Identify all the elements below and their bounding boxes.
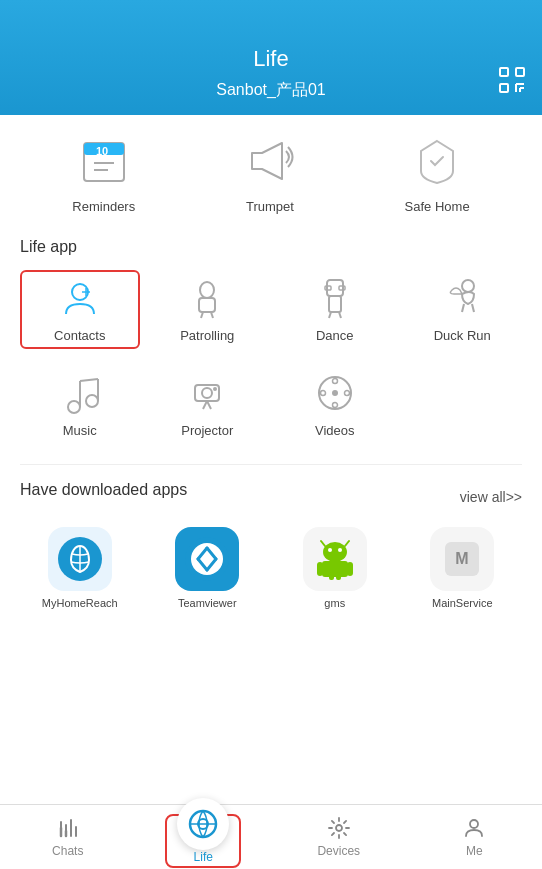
svg-point-72 (470, 820, 478, 828)
svg-line-54 (345, 541, 349, 546)
app-music[interactable]: Music (20, 365, 140, 444)
nav-devices[interactable]: Devices (271, 805, 407, 869)
svg-rect-24 (329, 296, 341, 312)
svg-rect-57 (347, 562, 353, 576)
app-contacts[interactable]: Contacts (20, 270, 140, 349)
trumpet-icon (240, 131, 300, 191)
svg-point-71 (336, 825, 342, 831)
svg-line-29 (472, 304, 474, 312)
svg-line-34 (80, 379, 98, 381)
svg-line-38 (203, 401, 207, 409)
duck-run-label: Duck Run (434, 328, 491, 343)
svg-point-30 (68, 401, 80, 413)
myhomereach-label: MyHomeReach (42, 597, 118, 609)
svg-point-52 (338, 548, 342, 552)
svg-line-53 (321, 541, 325, 546)
life-app-section-label: Life app (20, 238, 522, 256)
nav-chats[interactable]: Chats (0, 805, 136, 869)
header-subtitle: Sanbot_产品01 (216, 80, 325, 101)
svg-point-31 (86, 395, 98, 407)
app-duck-run[interactable]: Duck Run (403, 270, 523, 349)
header: Life Sanbot_产品01 (0, 0, 542, 115)
myhomereach-icon (48, 527, 112, 591)
svg-point-37 (213, 387, 217, 391)
scan-icon[interactable] (498, 66, 526, 101)
svg-point-27 (462, 280, 474, 292)
reminders-icon: 10 (74, 131, 134, 191)
teamviewer-label: Teamviewer (178, 597, 237, 609)
life-app-grid: Contacts Patrolling Dance (20, 270, 522, 444)
life-nav-label: Life (194, 850, 213, 864)
svg-rect-56 (317, 562, 323, 576)
svg-point-41 (332, 390, 338, 396)
svg-line-26 (339, 312, 341, 318)
patrolling-label: Patrolling (180, 328, 234, 343)
bottom-navigation: Chats Life (0, 804, 542, 869)
app-videos[interactable]: Videos (275, 365, 395, 444)
nav-life[interactable]: Life (136, 805, 272, 870)
reminders-label: Reminders (72, 199, 135, 214)
svg-line-25 (329, 312, 331, 318)
safe-home-label: Safe Home (405, 199, 470, 214)
app-teamviewer[interactable]: Teamviewer (148, 527, 268, 609)
gms-label: gms (324, 597, 345, 609)
devices-nav-label: Devices (317, 844, 360, 858)
downloaded-apps-grid: MyHomeReach Teamviewer (20, 527, 522, 609)
projector-label: Projector (181, 423, 233, 438)
teamviewer-icon (175, 527, 239, 591)
svg-line-28 (462, 304, 464, 312)
svg-point-36 (202, 388, 212, 398)
app-myhomereach[interactable]: MyHomeReach (20, 527, 140, 609)
trumpet-label: Trumpet (246, 199, 294, 214)
svg-text:10: 10 (96, 145, 108, 157)
svg-point-17 (200, 282, 214, 298)
app-patrolling[interactable]: Patrolling (148, 270, 268, 349)
svg-rect-0 (500, 68, 508, 76)
svg-point-45 (344, 391, 349, 396)
gms-icon (303, 527, 367, 591)
music-label: Music (63, 423, 97, 438)
contacts-label: Contacts (54, 328, 105, 343)
downloaded-header: Have downloaded apps view all>> (20, 481, 522, 513)
svg-point-42 (332, 379, 337, 384)
svg-point-51 (328, 548, 332, 552)
mainservice-icon: M (430, 527, 494, 591)
app-projector[interactable]: Projector (148, 365, 268, 444)
dance-label: Dance (316, 328, 354, 343)
me-nav-label: Me (466, 844, 483, 858)
top-apps-row: 10 Reminders Trumpet (20, 131, 522, 214)
svg-rect-18 (199, 298, 215, 312)
svg-point-43 (332, 403, 337, 408)
view-all-link[interactable]: view all>> (460, 489, 522, 505)
main-content: 10 Reminders Trumpet (0, 115, 542, 804)
svg-text:M: M (456, 550, 469, 567)
downloaded-section-label: Have downloaded apps (20, 481, 187, 499)
header-title: Life (253, 46, 288, 72)
svg-rect-59 (336, 572, 341, 580)
chats-nav-label: Chats (52, 844, 83, 858)
svg-rect-55 (322, 561, 348, 577)
svg-point-44 (320, 391, 325, 396)
videos-label: Videos (315, 423, 355, 438)
svg-rect-2 (500, 84, 508, 92)
svg-rect-21 (327, 280, 343, 296)
app-mainservice[interactable]: M MainService (403, 527, 523, 609)
svg-rect-58 (329, 572, 334, 580)
svg-rect-1 (516, 68, 524, 76)
app-dance[interactable]: Dance (275, 270, 395, 349)
app-gms[interactable]: gms (275, 527, 395, 609)
divider (20, 464, 522, 465)
nav-me[interactable]: Me (407, 805, 543, 869)
app-safe-home[interactable]: Safe Home (405, 131, 470, 214)
mainservice-label: MainService (432, 597, 493, 609)
svg-line-39 (207, 401, 211, 409)
svg-marker-12 (252, 143, 282, 179)
svg-point-50 (323, 542, 347, 562)
app-reminders[interactable]: 10 Reminders (72, 131, 135, 214)
app-trumpet[interactable]: Trumpet (240, 131, 300, 214)
safe-home-icon (407, 131, 467, 191)
